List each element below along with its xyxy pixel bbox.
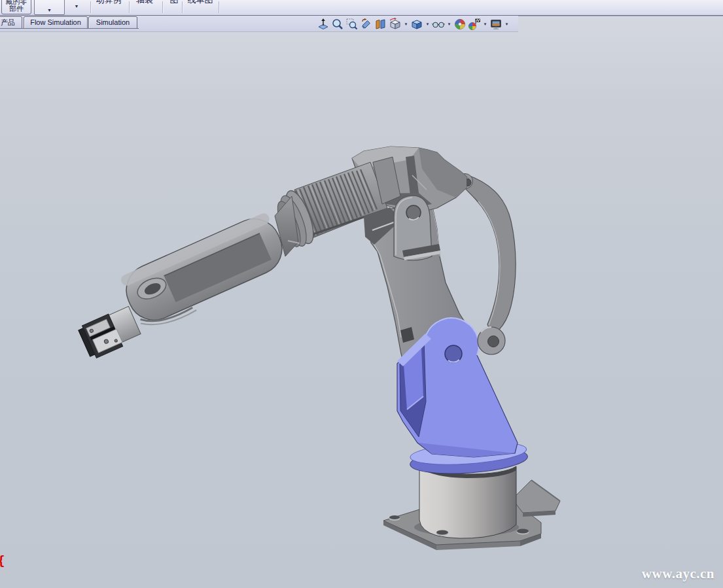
rear-linkage[interactable] [458, 174, 516, 336]
normal-to-icon[interactable] [317, 18, 330, 31]
toolbar-button-2[interactable]: 轴装 [132, 0, 158, 8]
edit-appearance-icon[interactable] [453, 18, 467, 31]
top-toolbar: 藏的零 部件 ▼ ▼ 动算例 轴装 图 线单图 [0, 0, 723, 16]
bellows-tube[interactable] [271, 162, 387, 256]
toolbar-separator [129, 1, 130, 13]
dropdown-arrow[interactable]: ▼ [504, 22, 510, 26]
dropdown-arrow[interactable]: ▼ [446, 22, 452, 26]
toolbar-separator [90, 1, 92, 13]
viewport-3d[interactable]: { www.ayc.cn [0, 0, 723, 588]
toolbar-dropdown-2[interactable]: ▼ [68, 4, 85, 9]
base-cylinder[interactable] [419, 464, 516, 538]
tab-underline [0, 28, 139, 29]
bracket-pivot-hole [445, 345, 462, 362]
tab-flow-simulation[interactable]: Flow Simulation [24, 16, 88, 29]
component-button-line2: 部件 [2, 5, 31, 12]
zoom-to-area-icon[interactable] [345, 18, 359, 31]
linkage-bottom-pivot[interactable] [478, 327, 505, 355]
toolbar-separator [162, 1, 164, 13]
robot-arm-model [0, 0, 723, 588]
tab-simulation[interactable]: Simulation [88, 16, 137, 29]
hide-show-items-icon[interactable] [432, 18, 445, 31]
dropdown-arrow[interactable]: ▼ [403, 22, 409, 26]
dropdown-arrow[interactable]: ▼ [482, 22, 488, 26]
zoom-to-fit-icon[interactable] [331, 18, 344, 31]
previous-view-icon[interactable] [360, 18, 373, 31]
view-orientation-icon[interactable] [389, 18, 402, 31]
apply-scene-icon[interactable] [468, 18, 481, 31]
section-view-icon[interactable] [374, 18, 387, 31]
view-settings-icon[interactable] [489, 18, 503, 31]
chevron-down-icon: ▼ [75, 4, 79, 9]
solidworks-window: { www.ayc.cn 藏的零 部件 ▼ ▼ 动算例 轴装 图 线单图 产品 … [0, 0, 723, 588]
watermark: www.ayc.cn [642, 566, 714, 582]
display-style-icon[interactable] [410, 18, 423, 31]
toolbar-separator [182, 1, 183, 13]
toolbar-button-3[interactable]: 图 [164, 0, 184, 8]
heads-up-view-toolbar: ▼ ▼ ▼ [317, 17, 511, 31]
component-button[interactable]: 藏的零 部件 [1, 0, 31, 14]
toolbar-button-4[interactable]: 线单图 [184, 0, 217, 8]
dropdown-arrow[interactable]: ▼ [425, 22, 431, 26]
chevron-down-icon: ▼ [35, 8, 64, 12]
toolbar-dropdown-1[interactable]: ▼ [34, 0, 65, 15]
toolbar-separator [219, 1, 220, 13]
toolbar-button-motion-study[interactable]: 动算例 [93, 0, 124, 8]
commandmanager-tab-bar: 产品 Flow Simulation Simulation [0, 16, 518, 32]
tab-product[interactable]: 产品 [0, 16, 22, 29]
red-annotation-fragment: { [0, 553, 5, 568]
forearm-link[interactable] [118, 211, 293, 335]
